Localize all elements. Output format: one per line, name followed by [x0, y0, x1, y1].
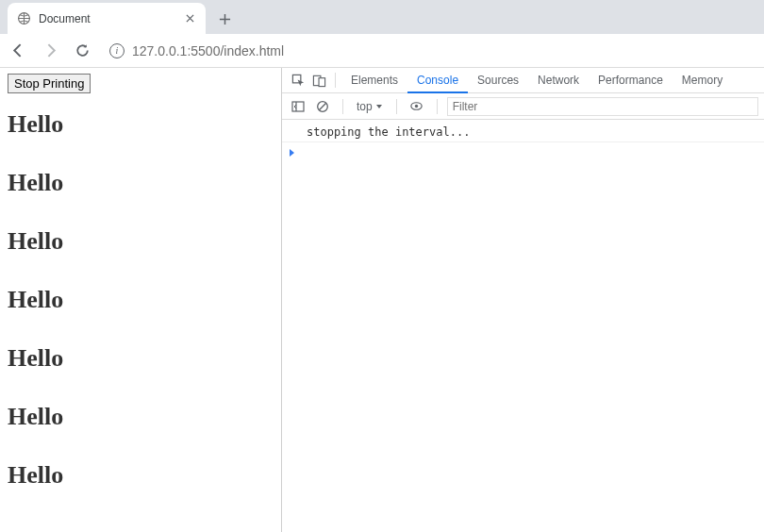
tab-sources[interactable]: Sources [468, 68, 528, 93]
tab-elements[interactable]: Elements [341, 68, 407, 93]
filter-input[interactable] [447, 97, 758, 116]
forward-button[interactable] [40, 41, 60, 61]
tab-performance[interactable]: Performance [589, 68, 673, 93]
address-bar[interactable]: i 127.0.0.1:5500/index.html [109, 43, 284, 58]
hello-heading: Hello [8, 227, 274, 256]
separator [335, 73, 336, 88]
hello-heading: Hello [8, 461, 274, 490]
new-tab-button[interactable] [211, 6, 238, 32]
clear-console-icon[interactable] [312, 96, 333, 117]
console-prompt[interactable] [282, 142, 764, 161]
close-tab-button[interactable] [183, 12, 196, 25]
hello-list: HelloHelloHelloHelloHelloHelloHello [8, 110, 274, 490]
hello-heading: Hello [8, 344, 274, 373]
svg-rect-4 [292, 102, 304, 111]
back-button[interactable] [8, 41, 28, 61]
tab-network[interactable]: Network [528, 68, 589, 93]
separator [342, 99, 343, 114]
tab-title: Document [39, 12, 175, 25]
hello-heading: Hello [8, 286, 274, 314]
separator [396, 99, 397, 114]
hello-heading: Hello [8, 169, 274, 197]
live-expression-icon[interactable] [407, 96, 427, 117]
site-info-icon[interactable]: i [109, 43, 125, 58]
devtools-tabs: Elements Console Sources Network Perform… [282, 68, 764, 93]
console-toolbar: top [282, 93, 764, 120]
page-viewport: Stop Printing HelloHelloHelloHelloHelloH… [0, 68, 281, 532]
reload-button[interactable] [72, 41, 92, 61]
tab-console[interactable]: Console [407, 68, 468, 93]
console-log-line: stopping the interval... [282, 124, 764, 142]
stop-printing-button[interactable]: Stop Printing [8, 74, 91, 93]
content-area: Stop Printing HelloHelloHelloHelloHelloH… [0, 68, 764, 532]
console-output: stopping the interval... [282, 120, 764, 532]
separator [437, 99, 438, 114]
devtools-panel: Elements Console Sources Network Perform… [281, 68, 764, 532]
tab-memory[interactable]: Memory [673, 68, 732, 93]
inspect-element-icon[interactable] [288, 70, 308, 91]
browser-toolbar: i 127.0.0.1:5500/index.html [0, 34, 764, 68]
tab-strip: Document [0, 0, 764, 34]
globe-icon [17, 11, 31, 25]
device-toolbar-icon[interactable] [308, 70, 329, 91]
prompt-caret-icon [290, 149, 294, 157]
url-text: 127.0.0.1:5500/index.html [132, 43, 284, 58]
chevron-down-icon [375, 103, 383, 110]
browser-tab[interactable]: Document [8, 3, 206, 34]
context-label: top [357, 100, 373, 113]
context-selector[interactable]: top [353, 100, 387, 113]
hello-heading: Hello [8, 403, 274, 431]
hello-heading: Hello [8, 110, 274, 139]
svg-line-7 [319, 103, 325, 109]
svg-point-9 [415, 105, 418, 108]
console-sidebar-toggle-icon[interactable] [288, 96, 308, 117]
svg-rect-3 [319, 77, 325, 86]
